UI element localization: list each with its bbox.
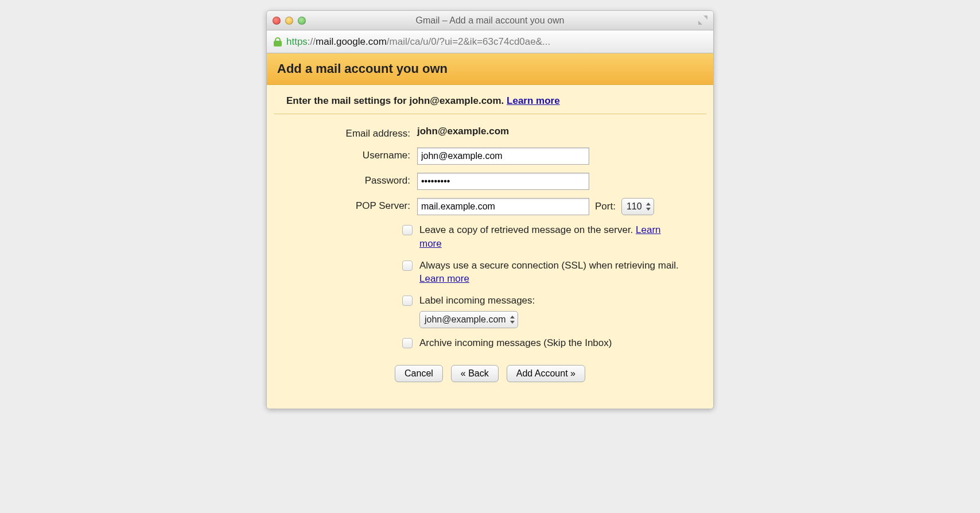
url-separator: :// bbox=[308, 36, 316, 47]
ssl-checkbox[interactable] bbox=[402, 261, 413, 271]
option-ssl: Always use a secure connection (SSL) whe… bbox=[402, 259, 699, 286]
dialog-header: Add a mail account you own bbox=[267, 53, 713, 85]
port-label: Port: bbox=[595, 201, 616, 212]
lock-icon bbox=[274, 37, 282, 46]
subtitle-suffix: . bbox=[501, 95, 507, 106]
window-controls bbox=[273, 17, 306, 25]
settings-form: Email address: john@example.com Username… bbox=[267, 114, 713, 387]
subtitle-prefix: Enter the mail settings for bbox=[286, 95, 409, 106]
password-label: Password: bbox=[281, 173, 417, 186]
popup-window: Gmail – Add a mail account you own https… bbox=[266, 10, 714, 409]
label-select[interactable]: john@example.com bbox=[419, 311, 518, 328]
label-messages-checkbox[interactable] bbox=[402, 296, 413, 306]
port-value: 110 bbox=[627, 201, 642, 212]
select-arrows-icon bbox=[510, 316, 515, 324]
subtitle-learn-more-link[interactable]: Learn more bbox=[507, 95, 560, 106]
option-leave-copy: Leave a copy of retrieved message on the… bbox=[402, 223, 699, 251]
back-button[interactable]: « Back bbox=[451, 365, 499, 382]
pop-server-input[interactable] bbox=[417, 198, 589, 215]
username-input[interactable] bbox=[417, 147, 589, 165]
dialog-content: Add a mail account you own Enter the mai… bbox=[267, 53, 713, 409]
subtitle-email: john@example.com bbox=[409, 95, 501, 106]
address-bar[interactable]: https://mail.google.com/mail/ca/u/0/?ui=… bbox=[267, 30, 713, 53]
pop-server-label: POP Server: bbox=[281, 198, 417, 212]
row-username: Username: bbox=[281, 147, 699, 165]
archive-checkbox[interactable] bbox=[402, 338, 413, 348]
dialog-subtitle: Enter the mail settings for john@example… bbox=[274, 85, 706, 114]
row-email: Email address: john@example.com bbox=[281, 126, 699, 139]
expand-window-icon[interactable] bbox=[698, 15, 707, 25]
email-value: john@example.com bbox=[417, 126, 509, 137]
url-host: mail.google.com bbox=[316, 36, 387, 47]
url-path: /mail/ca/u/0/?ui=2&ik=63c74cd0ae&... bbox=[387, 36, 550, 47]
row-password: Password: bbox=[281, 173, 699, 190]
password-input[interactable] bbox=[417, 173, 589, 190]
dialog-title: Add a mail account you own bbox=[277, 61, 703, 76]
close-window-icon[interactable] bbox=[273, 17, 281, 25]
cancel-button[interactable]: Cancel bbox=[395, 365, 443, 382]
row-pop-server: POP Server: Port: 110 bbox=[281, 198, 699, 215]
url-text: https://mail.google.com/mail/ca/u/0/?ui=… bbox=[286, 36, 550, 48]
port-select[interactable]: 110 bbox=[621, 198, 654, 215]
zoom-window-icon[interactable] bbox=[298, 17, 306, 25]
ssl-learn-more-link[interactable]: Learn more bbox=[419, 273, 469, 284]
leave-copy-checkbox[interactable] bbox=[402, 225, 413, 235]
option-label-messages: Label incoming messages: john@example.co… bbox=[402, 294, 699, 328]
window-title: Gmail – Add a mail account you own bbox=[267, 15, 713, 26]
archive-text: Archive incoming messages (Skip the Inbo… bbox=[419, 337, 612, 348]
leave-copy-text: Leave a copy of retrieved message on the… bbox=[419, 224, 636, 235]
label-select-value: john@example.com bbox=[425, 313, 506, 326]
select-arrows-icon bbox=[646, 203, 651, 211]
options-group: Leave a copy of retrieved message on the… bbox=[281, 223, 699, 350]
add-account-button[interactable]: Add Account » bbox=[507, 365, 585, 382]
window-titlebar: Gmail – Add a mail account you own bbox=[267, 11, 713, 30]
username-label: Username: bbox=[281, 147, 417, 161]
option-archive: Archive incoming messages (Skip the Inbo… bbox=[402, 336, 699, 350]
url-scheme: https bbox=[286, 36, 308, 47]
ssl-text: Always use a secure connection (SSL) whe… bbox=[419, 260, 679, 271]
button-row: Cancel « Back Add Account » bbox=[281, 365, 699, 382]
email-label: Email address: bbox=[281, 126, 417, 139]
label-messages-text: Label incoming messages: bbox=[419, 295, 535, 306]
minimize-window-icon[interactable] bbox=[285, 17, 293, 25]
